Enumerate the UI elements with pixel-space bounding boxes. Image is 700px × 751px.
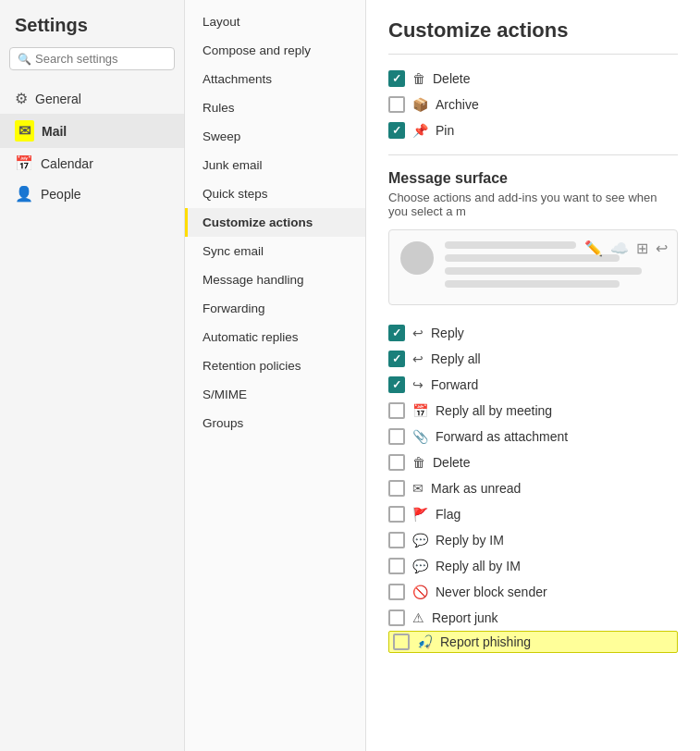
search-input[interactable]	[35, 52, 190, 66]
delete2-label: Delete	[433, 455, 470, 470]
action-replyallmeeting-row: 📅 Reply all by meeting	[388, 398, 678, 424]
mid-item-sync[interactable]: Sync email	[185, 237, 365, 265]
toolbar-archive-row: 📦 Archive	[388, 92, 678, 117]
replyim-icon: 💬	[412, 533, 428, 548]
replyall-checkbox[interactable]	[388, 351, 405, 367]
mid-item-smime[interactable]: S/MIME	[185, 380, 365, 409]
reportjunk-label: Report junk	[432, 610, 498, 625]
delete-icon: 🗑	[412, 71, 425, 86]
markunread-label: Mark as unread	[431, 481, 521, 496]
replyallmeeting-checkbox[interactable]	[388, 402, 405, 419]
preview-action-grid[interactable]: ⊞	[636, 240, 648, 257]
delete-checkbox[interactable]	[388, 70, 405, 87]
divider-2	[388, 154, 678, 155]
mid-item-forwarding[interactable]: Forwarding	[185, 294, 365, 323]
mid-item-rules[interactable]: Rules	[185, 93, 365, 122]
preview-avatar	[400, 241, 434, 275]
neverblock-checkbox[interactable]	[388, 584, 405, 600]
action-reportphishing-row: 🎣 Report phishing	[388, 631, 678, 653]
reportjunk-checkbox[interactable]	[388, 609, 405, 626]
archive-checkbox[interactable]	[388, 96, 405, 113]
neverblock-label: Never block sender	[436, 585, 547, 599]
delete-label: Delete	[433, 71, 470, 86]
action-delete-row: 🗑 Delete	[388, 449, 678, 475]
action-reply-row: ↩ Reply	[388, 320, 678, 346]
replyim-checkbox[interactable]	[388, 532, 405, 548]
mid-item-sweep[interactable]: Sweep	[185, 122, 365, 151]
replyallim-icon: 💬	[412, 559, 428, 573]
markunread-icon: ✉	[412, 481, 424, 496]
mid-item-groups[interactable]: Groups	[185, 409, 365, 437]
reply-checkbox[interactable]	[388, 325, 405, 341]
message-surface-label: Message surface	[388, 170, 678, 187]
mid-item-junk[interactable]: Junk email	[185, 151, 365, 179]
toolbar-pin-row: 📌 Pin	[388, 117, 678, 143]
mid-item-handling[interactable]: Message handling	[185, 265, 365, 294]
forwardasattachment-label: Forward as attachment	[436, 429, 568, 444]
mid-item-retention[interactable]: Retention policies	[185, 351, 365, 380]
mid-item-quicksteps[interactable]: Quick steps	[185, 179, 365, 208]
action-flag-row: 🚩 Flag	[388, 501, 678, 527]
pin-label: Pin	[436, 123, 454, 138]
action-replyallim-row: 💬 Reply all by IM	[388, 553, 678, 579]
search-box[interactable]: 🔍 ✕	[9, 47, 175, 70]
mail-icon: ✉	[15, 120, 34, 142]
archive-icon: 📦	[412, 97, 428, 112]
markunread-checkbox[interactable]	[388, 480, 405, 497]
page-title: Customize actions	[388, 18, 678, 43]
search-icon: 🔍	[18, 53, 31, 66]
calendar-icon: 📅	[15, 154, 33, 172]
forward-label: Forward	[431, 377, 478, 392]
preview-action-reply[interactable]: ↩	[656, 240, 668, 257]
left-sidebar: Settings 🔍 ✕ ⚙ General ✉ Mail 📅 Calendar…	[0, 0, 185, 751]
preview-action-draw[interactable]: ✏️	[584, 240, 603, 257]
replyim-label: Reply by IM	[436, 533, 504, 548]
forward-checkbox[interactable]	[388, 376, 405, 393]
replyallim-label: Reply all by IM	[436, 559, 521, 573]
reportjunk-icon: ⚠	[412, 610, 424, 625]
reportphishing-icon: 🎣	[417, 634, 433, 649]
people-icon: 👤	[15, 185, 33, 203]
reply-icon: ↩	[412, 326, 424, 340]
action-replyim-row: 💬 Reply by IM	[388, 527, 678, 553]
sidebar-item-mail-label: Mail	[42, 124, 67, 139]
sidebar-item-people-label: People	[41, 187, 81, 202]
forwardasattachment-icon: 📎	[412, 429, 428, 444]
preview-line-3	[445, 267, 642, 275]
replyall-label: Reply all	[431, 351, 481, 366]
pin-checkbox[interactable]	[388, 122, 405, 139]
settings-title: Settings	[0, 15, 184, 47]
sidebar-item-calendar[interactable]: 📅 Calendar	[0, 148, 184, 179]
message-surface-desc: Choose actions and add-ins you want to s…	[388, 191, 678, 218]
mid-item-attachments[interactable]: Attachments	[185, 65, 365, 93]
sidebar-item-general[interactable]: ⚙ General	[0, 83, 184, 114]
replyallim-checkbox[interactable]	[388, 558, 405, 574]
sidebar-item-calendar-label: Calendar	[41, 156, 93, 171]
mid-item-compose[interactable]: Compose and reply	[185, 36, 365, 65]
replyall-icon: ↩	[412, 351, 424, 366]
forward-icon: ↪	[412, 377, 424, 392]
action-neverblock-row: 🚫 Never block sender	[388, 579, 678, 605]
archive-label: Archive	[436, 97, 479, 112]
flag-checkbox[interactable]	[388, 506, 405, 523]
toolbar-delete-row: 🗑 Delete	[388, 66, 678, 92]
divider-1	[388, 54, 678, 55]
reply-label: Reply	[431, 326, 464, 340]
forwardasattachment-checkbox[interactable]	[388, 428, 405, 445]
sidebar-item-people[interactable]: 👤 People	[0, 179, 184, 209]
reportphishing-label: Report phishing	[440, 634, 531, 649]
sidebar-item-mail[interactable]: ✉ Mail	[0, 114, 184, 148]
preview-action-cloud[interactable]: ☁️	[610, 240, 629, 257]
mid-nav: Layout Compose and reply Attachments Rul…	[185, 0, 366, 751]
reportphishing-checkbox[interactable]	[393, 634, 410, 650]
mid-item-customize[interactable]: Customize actions	[185, 208, 365, 237]
neverblock-icon: 🚫	[412, 585, 428, 599]
mid-item-auto[interactable]: Automatic replies	[185, 323, 365, 351]
preview-line-4	[445, 280, 620, 288]
delete2-checkbox[interactable]	[388, 454, 405, 471]
preview-line-1	[445, 241, 576, 249]
action-forward-row: ↪ Forward	[388, 372, 678, 398]
action-replyall-row: ↩ Reply all	[388, 346, 678, 372]
mid-item-layout[interactable]: Layout	[185, 7, 365, 36]
sidebar-item-general-label: General	[35, 92, 81, 106]
